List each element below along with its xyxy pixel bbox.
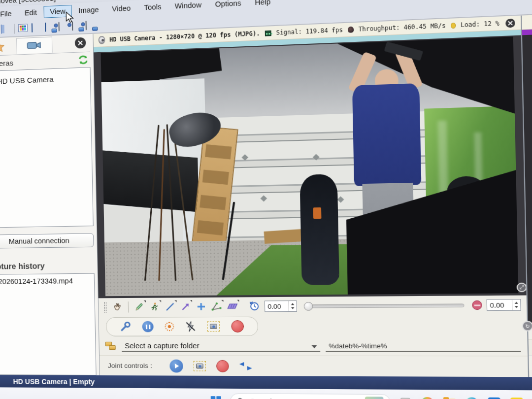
joint-record-button[interactable]	[216, 360, 229, 372]
menu-window[interactable]: Window	[168, 0, 208, 12]
scene-golf-bag	[300, 174, 339, 285]
signal-icon	[265, 30, 271, 36]
camcorder-icon	[27, 40, 42, 50]
delay-limit-value: 0.00	[487, 301, 512, 309]
camera-list: HD USB Camera	[0, 67, 94, 228]
copilot-icon[interactable]	[420, 396, 435, 399]
throughput-label: Throughput: 460.45 MB/s	[358, 22, 446, 33]
camera-list-item[interactable]: HD USB Camera	[0, 71, 88, 88]
u-app-icon[interactable]: U	[509, 397, 524, 399]
marker-tool-icon[interactable]	[194, 300, 208, 313]
output-row: Select a capture folder %dateb%-%time%	[99, 336, 528, 356]
capture-folders-icon[interactable]	[105, 342, 117, 351]
sidebar-close-icon[interactable]	[75, 37, 86, 49]
video-zone: ⤢	[94, 35, 526, 298]
delay-spinbox[interactable]: 0.00	[265, 300, 297, 312]
file-explorer-icon[interactable]	[442, 396, 457, 399]
weather-widget-icon	[365, 397, 384, 399]
drawing-toolbar: 0.00 0.00	[99, 296, 527, 316]
delay-clock-icon	[249, 300, 261, 312]
status-text: HD USB Camera | Empty	[13, 377, 95, 386]
explorer-panel-icon[interactable]	[1, 24, 11, 33]
webcam-icon	[99, 36, 105, 44]
perspective-grid-tool-icon[interactable]	[226, 300, 239, 313]
joint-controls-label: Joint controls :	[108, 362, 152, 370]
spin-arrows[interactable]	[288, 301, 297, 311]
menu-options[interactable]: Options	[209, 0, 248, 11]
menu-edit[interactable]: Edit	[18, 6, 43, 19]
menu-help[interactable]: Help	[248, 0, 277, 9]
one-playback-screen-icon[interactable]	[32, 23, 42, 33]
menu-tools[interactable]: Tools	[138, 0, 168, 14]
spin-arrows[interactable]	[512, 299, 521, 310]
snapshot-icon[interactable]	[207, 321, 220, 332]
microsoft-store-icon[interactable]	[487, 397, 501, 399]
monitor: Kinovea [9ec85301] File Edit View Image …	[0, 0, 532, 399]
two-playback-screens-icon[interactable]	[45, 22, 55, 32]
playback-capture-mixed-icon[interactable]	[86, 21, 96, 30]
grip-handle[interactable]	[103, 301, 107, 312]
sidebar: Cameras HD USB Camera Manual connection …	[0, 34, 100, 375]
main-area: Cameras HD USB Camera Manual connection …	[0, 12, 532, 377]
human-model-tool-icon[interactable]	[148, 300, 162, 314]
load-label: Load: 12 %	[461, 20, 499, 29]
pause-camera-icon[interactable]	[142, 321, 153, 332]
manual-connection-button[interactable]: Manual connection	[0, 233, 94, 248]
angle-tool-icon[interactable]	[210, 300, 224, 313]
delay-slider[interactable]	[304, 303, 465, 308]
record-button[interactable]	[231, 320, 244, 332]
capture-controls-row	[99, 314, 528, 337]
filename-input[interactable]: %dateb%-%time%	[326, 341, 521, 352]
scene-person-torso	[352, 83, 421, 186]
delay-value: 0.00	[265, 302, 289, 310]
pencil-tool-icon[interactable]	[133, 300, 146, 314]
capture-history-header: Capture history	[0, 261, 95, 271]
star-icon	[0, 40, 5, 53]
load-icon	[451, 22, 456, 28]
tab-favorites[interactable]	[0, 38, 17, 55]
taskbar-search[interactable]: Search	[230, 393, 391, 399]
second-output-row: Select a capture folder	[529, 356, 532, 377]
throughput-icon	[348, 27, 354, 33]
chevron-down-icon	[312, 345, 317, 348]
camera-live-view[interactable]	[101, 36, 519, 296]
hand-tool-icon[interactable]	[111, 300, 124, 314]
thumbnails-icon[interactable]	[18, 24, 28, 33]
joint-snapshot-icon[interactable]	[194, 361, 206, 371]
configure-camera-icon[interactable]	[120, 321, 131, 332]
history-item-name: 20260124-173349.mp4	[0, 277, 73, 286]
nav-expand-icon[interactable]: ↻	[522, 321, 532, 332]
refresh-icon[interactable]	[78, 55, 89, 65]
signal-label: Signal: 119.84 fps	[276, 26, 343, 36]
second-screen-header	[522, 13, 532, 30]
history-item[interactable]: 20260124-173349.mp4	[0, 277, 92, 286]
menu-image[interactable]: Image	[72, 3, 105, 17]
arrow-tool-icon[interactable]	[179, 300, 193, 313]
trigger-arm-icon[interactable]	[165, 322, 174, 332]
windows-start-icon[interactable]	[209, 395, 223, 399]
cameras-header-label: Cameras	[0, 58, 13, 67]
swap-screens-icon[interactable]	[239, 362, 252, 370]
edge-icon[interactable]	[465, 396, 479, 399]
second-capture-controls	[529, 340, 532, 356]
delay-controls: 0.00 0.00	[249, 299, 521, 312]
task-view-icon[interactable]	[398, 396, 413, 399]
delay-limit-spinbox[interactable]: 0.00	[487, 299, 521, 311]
delay-limit-icon	[472, 300, 482, 310]
toolbar-separator	[128, 301, 129, 312]
slider-thumb[interactable]	[304, 301, 313, 310]
tab-cameras[interactable]	[16, 36, 52, 54]
capture-folder-combo[interactable]: Select a capture folder	[122, 340, 320, 352]
flash-off-icon[interactable]	[185, 321, 196, 332]
menu-file[interactable]: File	[0, 7, 18, 20]
scene-wood-block	[264, 229, 305, 244]
toolbar-separator	[14, 24, 15, 33]
close-capture-icon[interactable]	[505, 18, 515, 28]
image-options-button[interactable]: ⤢	[517, 283, 527, 293]
joint-play-icon[interactable]	[169, 359, 183, 372]
capture-history-list: 20260124-173349.mp4	[0, 273, 97, 375]
menu-video[interactable]: Video	[106, 2, 137, 15]
capture-screen: HD USB Camera - 1280×720 @ 120 fps (MJPG…	[93, 16, 528, 377]
capture-controls	[106, 317, 258, 336]
line-tool-icon[interactable]	[163, 300, 177, 313]
